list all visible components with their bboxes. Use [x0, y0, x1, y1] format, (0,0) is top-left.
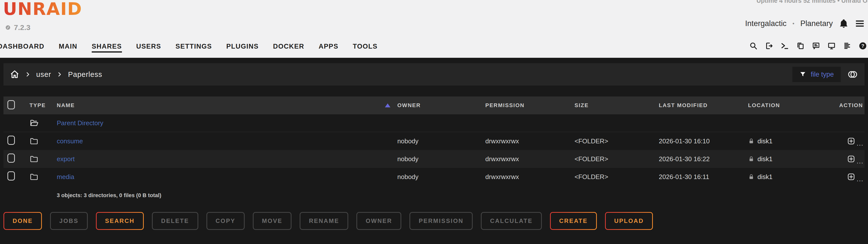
actions-ellipsis: ... — [857, 177, 864, 182]
upload-button[interactable]: UPLOAD — [605, 212, 653, 230]
nav-users[interactable]: USERS — [136, 43, 161, 53]
nav-main[interactable]: MAIN — [59, 43, 78, 53]
size-value: <FOLDER> — [575, 155, 659, 163]
table-row: export nobody drwxrwxrwx <FOLDER> 2026-0… — [3, 150, 865, 168]
actions-ellipsis: ... — [857, 159, 864, 164]
location-value: disk1 — [757, 138, 773, 145]
col-owner[interactable]: OWNER — [397, 102, 485, 109]
location-value: disk1 — [757, 173, 773, 181]
breadcrumb-segment-user[interactable]: user — [36, 70, 51, 79]
help-icon[interactable]: ? — [859, 42, 867, 50]
modified-value: 2026-01-30 16:22 — [659, 155, 748, 163]
table-header: TYPE NAME OWNER PERMISSION SIZE LAST MOD… — [3, 96, 865, 114]
breadcrumb: user Paperless — [10, 70, 102, 79]
expand-actions-icon — [846, 136, 856, 146]
col-size[interactable]: SIZE — [575, 102, 659, 109]
select-all-checkbox[interactable] — [7, 100, 15, 109]
nav-apps[interactable]: APPS — [319, 43, 339, 53]
col-name[interactable]: NAME — [57, 102, 397, 109]
logout-icon[interactable] — [765, 42, 773, 50]
row-actions-button[interactable]: ... — [827, 172, 865, 182]
jobs-button[interactable]: JOBS — [50, 212, 88, 230]
parent-directory-link[interactable]: Parent Directory — [57, 119, 103, 127]
server-description: Planetary — [800, 19, 833, 28]
file-type-filter[interactable]: file type — [793, 67, 841, 82]
rename-button[interactable]: RENAME — [300, 212, 348, 230]
size-value: <FOLDER> — [575, 138, 659, 145]
home-icon[interactable] — [10, 70, 19, 79]
table-row: consume nobody drwxrwxrwx <FOLDER> 2026-… — [3, 132, 865, 150]
row-checkbox[interactable] — [7, 135, 15, 145]
owner-value: nobody — [397, 173, 485, 181]
delete-button[interactable]: DELETE — [152, 212, 198, 230]
nav-plugins[interactable]: PLUGINS — [226, 43, 259, 53]
action-button-bar: DONE JOBS SEARCH DELETE COPY MOVE RENAME… — [3, 212, 865, 230]
col-last-modified[interactable]: LAST MODIFIED — [659, 102, 748, 109]
col-permission[interactable]: PERMISSION — [485, 102, 575, 109]
feedback-icon[interactable] — [812, 42, 820, 50]
table-row-parent: Parent Directory — [3, 114, 865, 132]
copy-icon[interactable] — [796, 42, 805, 50]
col-type[interactable]: TYPE — [30, 102, 57, 109]
remote-access-icon[interactable] — [827, 42, 836, 50]
nav-dashboard[interactable]: DASHBOARD — [0, 43, 44, 53]
nav-shares[interactable]: SHARES — [92, 43, 122, 53]
expand-actions-icon — [846, 154, 856, 164]
lock-icon — [748, 156, 754, 162]
bell-icon[interactable] — [839, 19, 849, 29]
create-button[interactable]: CREATE — [550, 212, 597, 230]
row-checkbox[interactable] — [7, 153, 15, 163]
version-dot-icon — [5, 25, 11, 30]
table-row: media nobody drwxrwxrwx <FOLDER> 2026-01… — [3, 168, 865, 186]
lock-icon — [748, 138, 754, 144]
modified-value: 2026-01-30 16:11 — [659, 173, 748, 181]
calculate-button[interactable]: CALCULATE — [481, 212, 542, 230]
nav-docker[interactable]: DOCKER — [273, 43, 304, 53]
unraid-logo: UNRAID — [3, 0, 82, 18]
size-value: <FOLDER> — [575, 173, 659, 181]
col-action: ACTION — [827, 102, 865, 109]
row-actions-button[interactable]: ... — [827, 154, 865, 164]
permission-button[interactable]: PERMISSION — [409, 212, 473, 230]
file-name-link[interactable]: export — [57, 155, 74, 163]
file-name-link[interactable]: consume — [57, 138, 83, 145]
owner-button[interactable]: OWNER — [356, 212, 401, 230]
owner-value: nobody — [397, 155, 485, 163]
filter-label: file type — [811, 71, 834, 79]
nav-settings[interactable]: SETTINGS — [176, 43, 212, 53]
lock-icon — [748, 174, 754, 180]
search-icon[interactable] — [749, 42, 758, 50]
permission-value: drwxrwxrwx — [485, 173, 575, 181]
sort-ascending-icon — [385, 103, 391, 108]
expand-actions-icon — [846, 172, 856, 182]
toolbar-icons: ? — [749, 42, 867, 50]
menu-icon[interactable] — [855, 18, 865, 29]
server-name: Intergalactic — [745, 19, 786, 28]
svg-text:?: ? — [861, 43, 864, 49]
terminal-icon[interactable] — [780, 42, 789, 50]
object-count-summary: 3 objects: 3 directories, 0 files (0 B t… — [57, 192, 865, 199]
copy-button[interactable]: COPY — [207, 212, 245, 230]
breadcrumb-bar: user Paperless file type — [3, 63, 865, 86]
version-label: 7.2.3 — [14, 23, 30, 32]
breadcrumb-segment-paperless[interactable]: Paperless — [68, 70, 102, 79]
col-location[interactable]: LOCATION — [748, 102, 827, 109]
log-icon[interactable] — [843, 42, 851, 50]
server-separator: • — [793, 20, 795, 27]
done-button[interactable]: DONE — [3, 212, 42, 230]
modified-value: 2026-01-30 16:10 — [659, 138, 748, 145]
nav-tools[interactable]: TOOLS — [353, 43, 377, 53]
permission-value: drwxrwxrwx — [485, 155, 575, 163]
permission-value: drwxrwxrwx — [485, 138, 575, 145]
row-checkbox[interactable] — [7, 171, 15, 181]
search-button[interactable]: SEARCH — [96, 212, 144, 230]
move-button[interactable]: MOVE — [253, 212, 292, 230]
row-actions-button[interactable]: ... — [827, 136, 865, 146]
view-toggle-icon[interactable] — [847, 69, 858, 80]
filter-funnel-icon — [799, 71, 806, 78]
file-name-link[interactable]: media — [57, 173, 74, 181]
version-row: 7.2.3 — [5, 23, 30, 32]
folder-icon — [30, 136, 38, 146]
actions-ellipsis: ... — [857, 141, 864, 146]
server-identity: Intergalactic • Planetary — [745, 18, 865, 29]
